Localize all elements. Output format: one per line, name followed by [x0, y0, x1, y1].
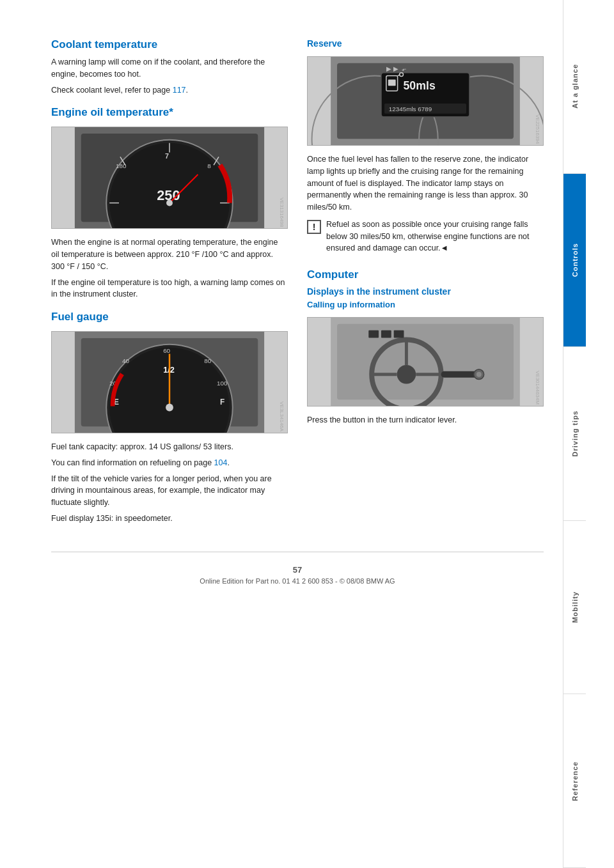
engine-oil-title: Engine oil temperature*	[51, 106, 288, 119]
main-content: Coolant temperature A warning lamp will …	[0, 0, 563, 868]
svg-point-14	[166, 200, 173, 206]
sidebar-label-driving-tips: Driving tips	[571, 410, 579, 457]
sidebar-label-reference: Reference	[571, 761, 579, 801]
right-column: Reserve	[307, 38, 544, 532]
engine-oil-gauge-svg: 7 180 8 250	[52, 127, 287, 228]
press-button-text: Press the button in the turn indicator l…	[307, 414, 544, 426]
coolant-para-1: A warning lamp will come on if the coola…	[51, 56, 288, 81]
svg-point-52	[476, 372, 482, 377]
svg-rect-53	[368, 330, 379, 338]
svg-text:F: F	[220, 398, 224, 407]
warning-box: ! Refuel as soon as possible once your c…	[307, 219, 544, 258]
svg-text:50mls: 50mls	[404, 79, 436, 92]
fuel-refuel-info: You can find information on refueling on…	[51, 457, 288, 469]
computer-title: Computer	[307, 268, 544, 281]
displays-title: Displays in the instrument cluster	[307, 286, 544, 297]
fuel-gauge-section: Fuel gauge 20 40 60	[51, 311, 288, 525]
page-number: 57	[51, 565, 544, 575]
fuel-display-info: Fuel display 135i: in speedometer.	[51, 513, 288, 525]
sidebar-section-reference[interactable]: Reference	[563, 694, 586, 868]
fuel-gauge-image: 20 40 60 80 100 1/2 E F	[51, 331, 288, 433]
svg-text:180: 180	[116, 162, 127, 169]
sidebar: At a glance Controls Driving tips Mobili…	[563, 0, 586, 868]
svg-text:100: 100	[217, 380, 228, 387]
sidebar-label-mobility: Mobility	[571, 591, 579, 623]
svg-text:60: 60	[163, 347, 170, 354]
fuel-tilt-info: If the tilt of the vehicle varies for a …	[51, 473, 288, 509]
warning-icon: !	[307, 220, 321, 234]
sidebar-section-at-a-glance[interactable]: At a glance	[563, 0, 586, 174]
reserve-image-id: VE22516394	[535, 114, 540, 144]
engine-oil-para-2: If the engine oil temperature is too hig…	[51, 277, 288, 301]
calling-up-title: Calling up information	[307, 300, 544, 309]
fuel-gauge-image-id: VE3L34146A	[279, 401, 285, 431]
fuel-gauge-svg: 20 40 60 80 100 1/2 E F	[52, 332, 287, 433]
coolant-para-2: Check coolant level, refer to page 117.	[51, 84, 288, 97]
button-svg	[308, 318, 543, 406]
gauge-image-id: VE31316498	[279, 198, 285, 227]
sidebar-section-mobility[interactable]: Mobility	[563, 521, 586, 695]
button-image-id: VE30144634M	[535, 371, 540, 405]
svg-text:40: 40	[122, 357, 129, 364]
engine-oil-gauge-image: 7 180 8 250 VE31316498	[51, 127, 288, 229]
svg-rect-54	[381, 330, 391, 338]
sidebar-section-controls[interactable]: Controls	[563, 174, 586, 348]
svg-point-46	[397, 365, 416, 384]
page-wrapper: Coolant temperature A warning lamp will …	[0, 0, 614, 868]
engine-oil-para-1: When the engine is at normal operating t…	[51, 236, 288, 272]
fuel-gauge-title: Fuel gauge	[51, 311, 288, 323]
svg-text:⬐: ⬐	[402, 66, 407, 72]
reserve-para: Once the fuel level has fallen to the re…	[307, 153, 544, 213]
svg-text:12345mls  6789: 12345mls 6789	[389, 105, 432, 112]
svg-rect-44	[337, 324, 514, 399]
warning-text: Refuel as soon as possible once your cru…	[326, 219, 544, 254]
computer-section: Computer Displays in the instrument clus…	[307, 268, 544, 426]
svg-rect-35	[388, 79, 396, 86]
coolant-temp-title: Coolant temperature	[51, 38, 288, 51]
svg-text:8: 8	[207, 162, 211, 169]
engine-oil-section: Engine oil temperature*	[51, 106, 288, 300]
coolant-page-link[interactable]: 117	[173, 86, 186, 95]
sidebar-label-at-a-glance: At a glance	[571, 64, 579, 109]
reserve-title: Reserve	[307, 38, 544, 49]
svg-text:80: 80	[204, 357, 211, 364]
page-footer: 57 Online Edition for Part no. 01 41 2 6…	[51, 552, 544, 591]
left-column: Coolant temperature A warning lamp will …	[51, 38, 288, 532]
svg-text:▶ ▶: ▶ ▶	[386, 65, 398, 72]
fuel-page-link[interactable]: 104	[214, 458, 228, 467]
fuel-capacity: Fuel tank capacity: approx. 14 US gallon…	[51, 441, 288, 453]
svg-rect-55	[394, 330, 404, 338]
reserve-image: 50mls 12345mls 6789 ▶ ▶ ⬐ VE22516394	[307, 56, 544, 146]
sidebar-section-driving-tips[interactable]: Driving tips	[563, 347, 586, 521]
two-column-layout: Coolant temperature A warning lamp will …	[51, 38, 544, 532]
button-image: VE30144634M	[307, 317, 544, 407]
svg-point-28	[166, 404, 173, 412]
sidebar-label-controls: Controls	[571, 243, 579, 277]
footer-text: Online Edition for Part no. 01 41 2 600 …	[51, 577, 544, 585]
reserve-svg: 50mls 12345mls 6789 ▶ ▶ ⬐	[308, 57, 543, 145]
svg-text:7: 7	[165, 153, 169, 160]
